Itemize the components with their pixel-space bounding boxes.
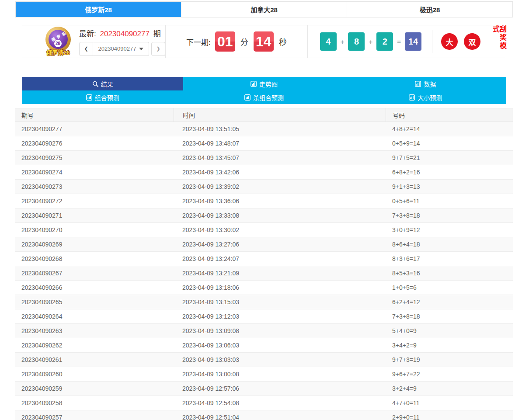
numbers-cell: 5+4+0=9 <box>386 327 513 334</box>
numbers-cell: 8+6+4=18 <box>386 241 513 248</box>
numbers-cell: 2+9+0=11 <box>386 414 513 420</box>
nav-item-combo-forecast[interactable]: 组合预测 <box>22 90 183 104</box>
time-cell: 2023-04-09 13:51:05 <box>174 125 386 132</box>
chevron-left-icon: ❮ <box>84 46 88 52</box>
time-cell: 2023-04-09 13:36:06 <box>174 198 386 205</box>
period-cell: 202304090276 <box>15 140 174 147</box>
bar-chart-icon <box>86 94 92 101</box>
logo-number-badge: 28 <box>54 40 62 47</box>
period-cell: 202304090258 <box>15 399 174 406</box>
lottery-logo: 俄 罗 斯 28 俄罗斯28 <box>44 26 72 56</box>
numbers-cell: 4+7+0=11 <box>386 399 513 406</box>
section-nav: 结果 走势图 数据 组合预测 杀组合预测 大小预测 <box>22 77 506 104</box>
period-cell: 202304090257 <box>15 414 174 420</box>
numbers-cell: 3+2+4=9 <box>386 385 513 392</box>
table-row: 2023040902662023-04-09 13:18:061+0+5=6 <box>15 281 513 295</box>
countdown-minutes: 01 <box>215 31 235 52</box>
table-row: 2023040902742023-04-09 13:42:066+8+2=16 <box>15 165 513 180</box>
bar-chart-icon <box>244 94 251 101</box>
table-row: 2023040902642023-04-09 13:12:037+3+8=18 <box>15 309 513 324</box>
numbers-cell: 7+3+8=18 <box>386 313 513 320</box>
period-cell: 202304090272 <box>15 198 174 205</box>
period-cell: 202304090261 <box>15 356 174 363</box>
search-icon <box>92 81 98 87</box>
time-cell: 2023-04-09 13:15:03 <box>174 299 386 305</box>
period-selector: ❮ 202304090277 ❯ <box>79 42 165 56</box>
tab-jixun28[interactable]: 极迅28 <box>347 2 512 17</box>
tab-russia28[interactable]: 俄罗斯28 <box>16 2 181 17</box>
period-dropdown-value: 202304090277 <box>98 45 136 52</box>
period-cell: 202304090273 <box>15 183 174 190</box>
plus-sign: + <box>369 38 372 45</box>
table-row: 2023040902602023-04-09 13:00:089+6+7=22 <box>15 367 513 382</box>
period-suffix: 期 <box>153 30 161 38</box>
chevron-right-icon: ❯ <box>156 46 160 52</box>
time-cell: 2023-04-09 13:24:07 <box>174 255 386 262</box>
scratch-mode-link[interactable]: 刮奖模式 <box>492 25 506 58</box>
table-row: 2023040902652023-04-09 13:15:036+2+4=12 <box>15 295 513 309</box>
numbers-cell: 0+5+9=14 <box>386 140 513 147</box>
nav-item-trend-chart[interactable]: 走势图 <box>183 77 345 90</box>
table-row: 2023040902572023-04-09 12:51:042+9+0=11 <box>15 410 513 420</box>
table-row: 2023040902732023-04-09 13:39:029+1+3=13 <box>15 180 513 194</box>
odd-even-badge[interactable]: 双 <box>464 33 480 50</box>
time-cell: 2023-04-09 13:06:03 <box>174 342 386 349</box>
next-draw-label: 下一期: <box>186 36 211 47</box>
game-tab-bar: 俄罗斯28 加拿大28 极迅28 <box>15 1 513 17</box>
tab-canada28[interactable]: 加拿大28 <box>181 2 347 17</box>
time-cell: 2023-04-09 13:18:06 <box>174 284 386 291</box>
logo-label: 俄罗斯28 <box>46 48 70 56</box>
time-cell: 2023-04-09 13:30:02 <box>174 226 386 233</box>
caret-down-icon <box>139 48 143 50</box>
period-cell: 202304090264 <box>15 313 174 320</box>
time-cell: 2023-04-09 13:03:03 <box>174 356 386 363</box>
numbers-cell: 6+8+2=16 <box>386 169 513 176</box>
nav-item-data[interactable]: 数据 <box>345 77 506 90</box>
nav-item-kill-combo-forecast[interactable]: 杀组合预测 <box>183 90 345 104</box>
vertical-divider <box>432 30 432 53</box>
page: 俄罗斯28 加拿大28 极迅28 俄 罗 斯 28 俄罗斯28 最新: 2023… <box>15 1 513 420</box>
result-number-2: 8 <box>348 32 365 51</box>
period-cell: 202304090267 <box>15 270 174 277</box>
prev-period-button[interactable]: ❮ <box>79 42 93 56</box>
table-row: 2023040902582023-04-09 12:54:084+7+0=11 <box>15 396 513 410</box>
countdown-seconds: 14 <box>254 31 274 52</box>
nav-item-bigsmall-forecast[interactable]: 大小预测 <box>345 90 506 104</box>
logo-ball-icon: 俄 罗 斯 28 <box>49 30 68 49</box>
period-dropdown[interactable]: 202304090277 <box>93 42 149 56</box>
table-row: 2023040902772023-04-09 13:51:054+8+2=14 <box>15 122 513 136</box>
nav-item-results[interactable]: 结果 <box>22 77 183 90</box>
numbers-cell: 9+7+3=19 <box>386 356 513 363</box>
result-section: 4 + 8 + 2 = 14 大 双 刮奖模式 <box>308 25 506 58</box>
nav-item-label: 大小预测 <box>418 93 442 102</box>
numbers-cell: 1+0+5=6 <box>386 284 513 291</box>
big-small-badge[interactable]: 大 <box>441 33 458 50</box>
numbers-cell: 0+5+6=11 <box>386 198 513 205</box>
numbers-cell: 3+0+9=12 <box>386 226 513 233</box>
time-cell: 2023-04-09 13:27:06 <box>174 241 386 248</box>
numbers-cell: 9+7+5=21 <box>386 154 513 161</box>
numbers-cell: 7+3+8=18 <box>386 212 513 219</box>
table-row: 2023040902632023-04-09 13:09:085+4+0=9 <box>15 324 513 338</box>
next-period-button[interactable]: ❯ <box>151 42 165 56</box>
time-cell: 2023-04-09 12:54:08 <box>174 399 386 406</box>
time-cell: 2023-04-09 12:57:06 <box>174 385 386 392</box>
time-cell: 2023-04-09 13:12:03 <box>174 313 386 320</box>
table-row: 2023040902592023-04-09 12:57:063+2+4=9 <box>15 382 513 396</box>
nav-item-label: 走势图 <box>259 80 278 88</box>
bar-chart-icon <box>409 94 415 101</box>
nav-item-label: 结果 <box>101 80 113 88</box>
period-cell: 202304090274 <box>15 169 174 176</box>
nav-item-label: 数据 <box>424 80 436 88</box>
numbers-cell: 3+4+2=9 <box>386 342 513 349</box>
numbers-cell: 8+5+3=16 <box>386 270 513 277</box>
column-header-time: 时间 <box>174 108 386 121</box>
numbers-cell: 8+3+6=17 <box>386 255 513 262</box>
period-cell: 202304090260 <box>15 371 174 378</box>
table-row: 2023040902752023-04-09 13:45:079+7+5=21 <box>15 151 513 165</box>
time-cell: 2023-04-09 13:42:06 <box>174 169 386 176</box>
column-header-numbers: 号码 <box>386 108 513 121</box>
time-cell: 2023-04-09 12:51:04 <box>174 414 386 420</box>
time-cell: 2023-04-09 13:33:08 <box>174 212 386 219</box>
table-body: 2023040902772023-04-09 13:51:054+8+2=142… <box>15 122 513 420</box>
